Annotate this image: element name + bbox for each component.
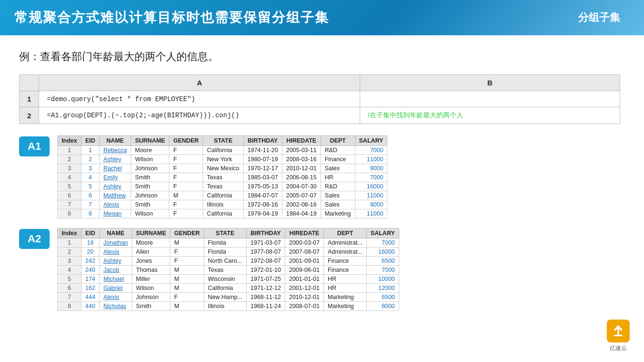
table-row: 8440NicholasSmithMIllinois1968-11-242008… xyxy=(58,302,399,311)
table-cell: Administrat... xyxy=(323,248,366,257)
table-cell: Florida xyxy=(204,238,246,248)
table-row: 220AlexisAllenFFlorida1977-08-072007-08-… xyxy=(58,248,399,257)
table-cell: 7 xyxy=(81,200,99,209)
formula-row-num: 2 xyxy=(20,107,39,124)
table-cell: New Hamp... xyxy=(204,293,246,302)
table-cell: 2 xyxy=(81,155,99,164)
table-cell: F xyxy=(170,248,204,257)
table-cell: 16000 xyxy=(355,182,387,191)
a2-result-block: A2 IndexEIDNAMESURNAMEGENDERSTATEBIRTHDA… xyxy=(19,228,625,311)
table-row: 6162GabrielWilsonMCalifornia1971-12-1220… xyxy=(58,284,399,293)
table-header-row: IndexEIDNAMESURNAMEGENDERSTATEBIRTHDAYHI… xyxy=(58,228,399,238)
table-cell: 2006-08-15 xyxy=(282,173,321,182)
table-cell: 1972-08-07 xyxy=(247,257,285,266)
table-cell: 5 xyxy=(58,275,82,284)
table-cell: Jonathan xyxy=(99,238,132,248)
table-header-cell: SALARY xyxy=(366,228,399,238)
table-cell: 174 xyxy=(81,275,99,284)
header-tag: 分组子集 xyxy=(578,10,620,25)
table-cell: New Mexico xyxy=(203,164,243,173)
table-cell: 2008-07-01 xyxy=(285,302,323,311)
table-row: 118JonathanMooreMFlorida1971-03-072000-0… xyxy=(58,238,399,248)
table-cell: 1975-05-13 xyxy=(243,182,282,191)
table-cell: Gabriel xyxy=(99,284,132,293)
a1-label: A1 xyxy=(19,136,50,156)
table-cell: Ashley xyxy=(99,182,131,191)
table-cell: 2 xyxy=(58,248,82,257)
table-cell: M xyxy=(170,238,204,248)
table-cell: 3 xyxy=(81,164,99,173)
table-header-cell: GENDER xyxy=(169,136,203,146)
table-cell: Texas xyxy=(203,182,243,191)
table-cell: 6500 xyxy=(366,293,399,302)
table-cell: Smith xyxy=(131,200,169,209)
table-cell: 7 xyxy=(58,293,82,302)
table-cell: Finance xyxy=(321,155,355,164)
a2-table: IndexEIDNAMESURNAMEGENDERSTATEBIRTHDAYHI… xyxy=(57,228,399,311)
table-cell: 9000 xyxy=(355,164,387,173)
table-cell: 8 xyxy=(58,302,82,311)
table-cell: Moore xyxy=(131,146,169,155)
table-cell: Alexis xyxy=(99,248,132,257)
table-cell: F xyxy=(169,146,203,155)
table-header-cell: Index xyxy=(58,228,82,238)
table-cell: 5 xyxy=(58,182,82,191)
svg-rect-0 xyxy=(614,335,623,336)
a2-label: A2 xyxy=(19,229,50,249)
table-cell: Illinois xyxy=(203,200,243,209)
table-cell: HR xyxy=(323,275,366,284)
formula-cell: =A1.group(DEPT).(~.top(2;-age(BIRTHDAY))… xyxy=(39,107,360,124)
table-cell: Florida xyxy=(204,248,246,257)
table-cell: F xyxy=(170,257,204,266)
table-cell: 6 xyxy=(81,191,99,200)
table-row: 77AlexisSmithFIllinois1972-08-162002-08-… xyxy=(58,200,387,209)
table-cell: 1985-03-07 xyxy=(243,173,282,182)
table-cell: Ashley xyxy=(99,155,131,164)
table-cell: California xyxy=(203,209,243,218)
table-cell: 7000 xyxy=(366,238,399,248)
table-cell: 3 xyxy=(58,257,82,266)
table-cell: 162 xyxy=(81,284,99,293)
table-cell: Texas xyxy=(204,266,246,275)
table-cell: North Caro... xyxy=(204,257,246,266)
table-cell: 7000 xyxy=(355,173,387,182)
table-cell: 4 xyxy=(58,173,82,182)
table-cell: F xyxy=(169,173,203,182)
table-row: 66MatthewJohnsonMCalifornia1984-07-07200… xyxy=(58,191,387,200)
table-header-cell: EID xyxy=(81,136,99,146)
table-cell: F xyxy=(169,200,203,209)
table-cell: 2010-12-01 xyxy=(282,164,321,173)
formula-comment-cell xyxy=(360,91,620,107)
formula-col-b: B xyxy=(360,75,620,91)
table-header-cell: SALARY xyxy=(355,136,387,146)
table-cell: 2007-08-07 xyxy=(285,248,323,257)
a1-table: IndexEIDNAMESURNAMEGENDERSTATEBIRTHDAYHI… xyxy=(57,135,387,218)
table-cell: Nicholas xyxy=(99,302,132,311)
table-cell: 1974-11-20 xyxy=(243,146,282,155)
header-title: 常规聚合方式难以计算目标时也需要保留分组子集 xyxy=(14,9,329,27)
content-area: 例：查看各部门年龄最大的两个人的信息。 A B 1=demo.query("se… xyxy=(0,35,644,330)
table-cell: 4 xyxy=(58,266,82,275)
table-header-cell: BIRTHDAY xyxy=(243,136,282,146)
table-row: 22AshleyWilsonFNew York1980-07-192008-03… xyxy=(58,155,387,164)
table-cell: 16000 xyxy=(366,248,399,257)
table-cell: M xyxy=(170,284,204,293)
table-cell: Matthew xyxy=(99,191,131,200)
table-cell: 9000 xyxy=(355,200,387,209)
table-cell: 2000-03-07 xyxy=(285,238,323,248)
table-cell: Smith xyxy=(132,302,170,311)
table-row: 88MeganWilsonFCalifornia1979-04-191984-0… xyxy=(58,209,387,218)
table-cell: Ashley xyxy=(99,257,132,266)
table-cell: 2001-09-01 xyxy=(285,257,323,266)
table-cell: 440 xyxy=(81,302,99,311)
table-cell: Sales xyxy=(321,200,355,209)
a1-result-block: A1 IndexEIDNAMESURNAMEGENDERSTATEBIRTHDA… xyxy=(19,135,625,218)
table-cell: Administrat... xyxy=(323,238,366,248)
table-cell: 2008-03-16 xyxy=(282,155,321,164)
table-header-cell: NAME xyxy=(99,136,131,146)
table-cell: Wilson xyxy=(132,284,170,293)
formula-table: A B 1=demo.query("select * from EMPLOYEE… xyxy=(19,74,620,124)
table-header-cell: NAME xyxy=(99,228,132,238)
table-header-cell: SURNAME xyxy=(132,228,170,238)
table-header-cell: STATE xyxy=(204,228,246,238)
